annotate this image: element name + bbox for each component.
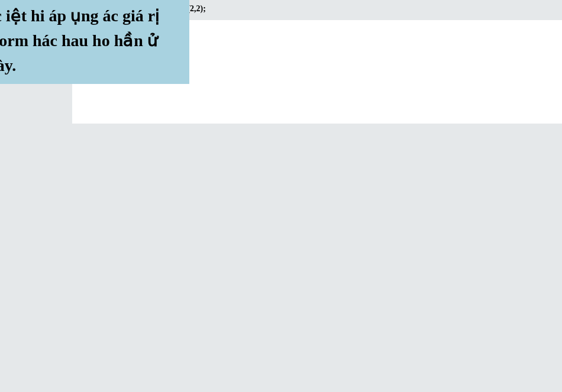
transformed-div: ự hác iệt hi áp ụng ác giá rị ransform h… (0, 0, 189, 84)
